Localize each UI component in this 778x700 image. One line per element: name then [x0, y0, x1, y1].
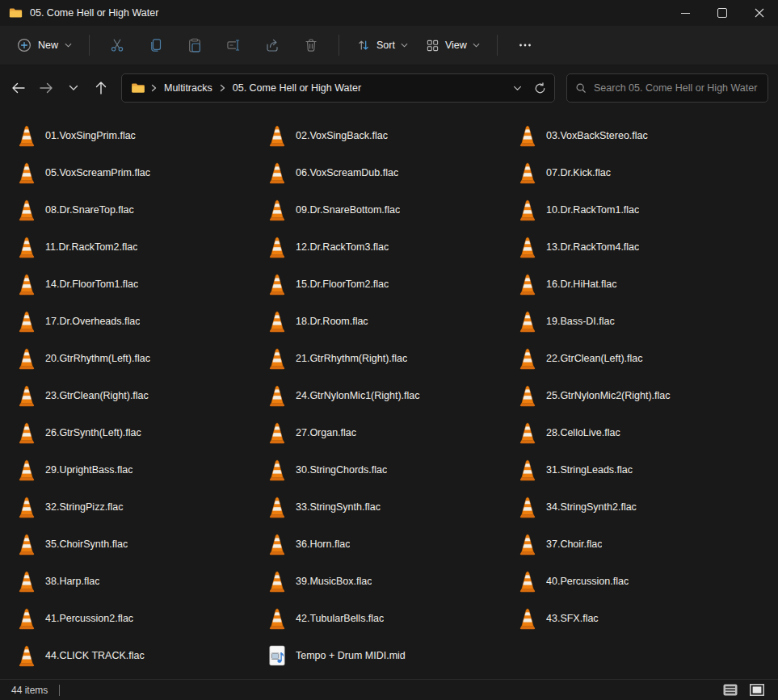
file-item[interactable]: 12.Dr.RackTom3.flac [260, 233, 511, 262]
file-item[interactable]: 37.Choir.flac [511, 530, 761, 559]
file-item[interactable]: 33.StringSynth.flac [260, 493, 511, 522]
file-item[interactable]: 35.ChoirSynth.flac [10, 530, 260, 559]
address-dropdown-button[interactable] [506, 77, 528, 99]
vlc-cone-icon [17, 161, 36, 184]
forward-button[interactable] [33, 75, 59, 101]
file-item[interactable]: 44.CLICK TRACK.flac [10, 641, 260, 670]
vlc-cone-icon [17, 384, 36, 407]
paste-button[interactable] [179, 31, 211, 60]
copy-button[interactable] [140, 31, 172, 60]
file-name: 22.GtrClean(Left).flac [546, 353, 643, 364]
share-button[interactable] [256, 31, 288, 60]
details-view-toggle[interactable] [721, 681, 740, 699]
cut-icon [109, 37, 125, 53]
file-item[interactable]: 15.Dr.FloorTom2.flac [260, 270, 511, 299]
file-item[interactable]: 22.GtrClean(Left).flac [511, 344, 761, 373]
file-item[interactable]: 36.Horn.flac [260, 530, 511, 559]
rename-icon [225, 37, 242, 53]
file-item[interactable]: 07.Dr.Kick.flac [511, 158, 761, 187]
large-icons-view-toggle[interactable] [747, 681, 767, 699]
file-item[interactable]: 18.Dr.Room.flac [260, 307, 511, 336]
file-item[interactable]: 38.Harp.flac [10, 567, 260, 596]
file-name: 25.GtrNylonMic2(Right).flac [546, 390, 671, 401]
file-item[interactable]: 25.GtrNylonMic2(Right).flac [511, 381, 761, 410]
file-item[interactable]: 02.VoxSingBack.flac [260, 121, 511, 150]
file-list-area: 01.VoxSingPrim.flac [0, 111, 778, 686]
file-item[interactable]: 31.StringLeads.flac [511, 455, 761, 484]
search-box[interactable] [566, 73, 768, 103]
new-button[interactable]: New [8, 32, 81, 58]
vlc-cone-icon [267, 347, 287, 370]
more-options-button[interactable] [509, 31, 541, 60]
folder-icon [9, 7, 23, 19]
file-item[interactable]: 09.Dr.SnareBottom.flac [260, 195, 511, 224]
refresh-button[interactable] [528, 77, 551, 99]
file-item[interactable]: 13.Dr.RackTom4.flac [511, 233, 761, 262]
up-arrow-icon [95, 81, 107, 95]
file-item[interactable]: 01.VoxSingPrim.flac [10, 121, 260, 150]
file-item[interactable]: 24.GtrNylonMic1(Right).flac [260, 381, 511, 410]
vlc-cone-icon [267, 496, 287, 518]
file-item[interactable]: 03.VoxBackStereo.flac [511, 121, 761, 150]
item-count: 44 items [11, 685, 48, 696]
file-item[interactable]: 23.GtrClean(Right).flac [10, 381, 260, 410]
file-item[interactable]: 39.MusicBox.flac [260, 567, 511, 596]
breadcrumb-multitracks[interactable]: Multitracks [162, 80, 214, 96]
file-item[interactable]: 11.Dr.RackTom2.flac [10, 233, 260, 262]
file-item[interactable]: 32.StringPizz.flac [10, 493, 260, 522]
file-item[interactable]: 08.Dr.SnareTop.flac [10, 195, 260, 224]
back-button[interactable] [6, 75, 32, 101]
file-item[interactable]: 19.Bass-DI.flac [511, 307, 761, 336]
file-item[interactable]: 27.Organ.flac [260, 418, 511, 447]
file-item[interactable]: 14.Dr.FloorTom1.flac [10, 270, 260, 299]
vlc-cone-icon [17, 236, 36, 258]
delete-button[interactable] [295, 31, 327, 60]
recent-locations-button[interactable] [61, 75, 86, 101]
vlc-cone-icon [17, 421, 36, 444]
toolbar-divider [339, 35, 339, 56]
address-bar[interactable]: Multitracks 05. Come Hell or High Water [121, 73, 555, 103]
vlc-cone-icon [267, 607, 287, 630]
view-button[interactable]: View [418, 33, 487, 58]
file-item[interactable]: 30.StringChords.flac [260, 455, 511, 484]
file-item[interactable]: 29.UprightBass.flac [10, 455, 260, 484]
rename-button[interactable] [217, 31, 250, 60]
sort-button[interactable]: Sort [349, 32, 415, 58]
file-item[interactable]: 40.Percussion.flac [511, 567, 761, 596]
minimize-button[interactable] [667, 0, 704, 26]
vlc-cone-icon [17, 347, 36, 370]
file-item[interactable]: 26.GtrSynth(Left).flac [10, 418, 260, 447]
vlc-cone-icon [518, 570, 537, 593]
up-button[interactable] [88, 75, 114, 101]
vlc-cone-icon [518, 124, 537, 147]
file-item[interactable]: 17.Dr.Overheads.flac [10, 307, 260, 336]
maximize-button[interactable] [704, 0, 741, 26]
file-item[interactable]: 41.Percussion2.flac [10, 604, 260, 633]
breadcrumb-chevron-icon[interactable] [151, 84, 157, 92]
file-item[interactable]: 28.CelloLive.flac [511, 418, 761, 447]
file-item[interactable]: 16.Dr.HiHat.flac [511, 270, 761, 299]
file-name: 39.MusicBox.flac [296, 576, 372, 587]
large-icons-view-icon [750, 684, 764, 696]
vlc-cone-icon [17, 533, 36, 555]
breadcrumb-chevron-icon[interactable] [220, 84, 225, 92]
vlc-cone-icon [17, 644, 36, 667]
file-item[interactable]: 10.Dr.RackTom1.flac [511, 195, 761, 224]
file-item[interactable]: 05.VoxScreamPrim.flac [10, 158, 260, 187]
breadcrumb-current-folder[interactable]: 05. Come Hell or High Water [231, 80, 363, 96]
file-item[interactable]: Tempo + Drum MIDI.mid [260, 641, 511, 670]
file-name: 05.VoxScreamPrim.flac [45, 167, 150, 178]
close-button[interactable] [741, 0, 778, 26]
file-item[interactable]: 06.VoxScreamDub.flac [260, 158, 511, 187]
file-item[interactable]: 21.GtrRhythm(Right).flac [260, 344, 511, 373]
folder-icon [131, 82, 145, 94]
file-item[interactable]: 34.StringSynth2.flac [511, 493, 761, 522]
search-input[interactable] [594, 82, 759, 94]
toolbar-divider [497, 35, 498, 56]
copy-icon [148, 37, 164, 53]
cut-button[interactable] [101, 31, 133, 60]
file-item[interactable]: 20.GtrRhythm(Left).flac [10, 344, 260, 373]
file-name: 41.Percussion2.flac [45, 613, 133, 624]
file-item[interactable]: 43.SFX.flac [511, 604, 761, 633]
file-item[interactable]: 42.TubularBells.flac [260, 604, 511, 633]
